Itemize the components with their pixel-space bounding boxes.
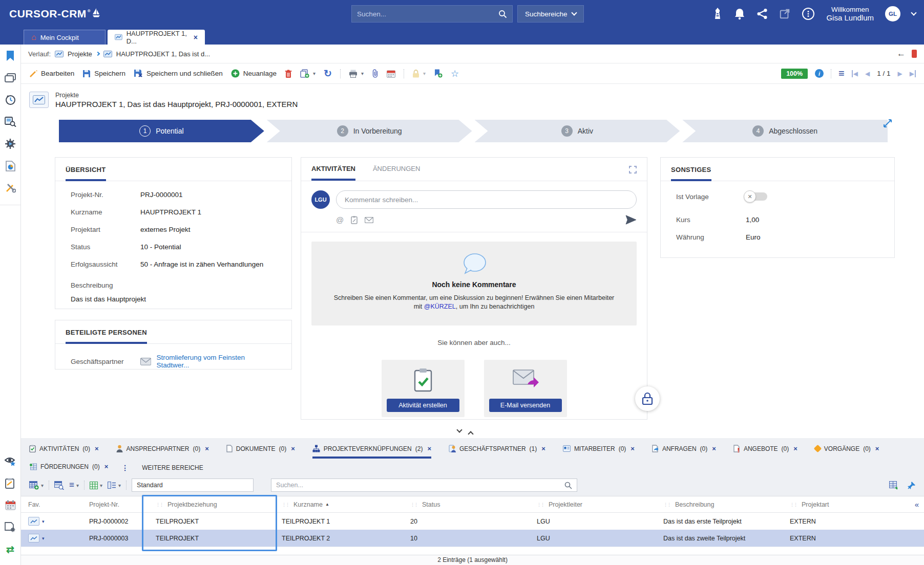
process-gear-icon[interactable] xyxy=(4,138,16,150)
zoom-level-badge[interactable]: 100% xyxy=(781,69,808,79)
tab-dokumente[interactable]: DOKUMENTE(0)× xyxy=(226,445,295,459)
tab-aktivitaeten-bottom[interactable]: AKTIVITÄTEN(0)× xyxy=(29,445,99,459)
column-header-projektbeziehung[interactable]: ⋮⋮Projektbeziehung xyxy=(149,501,275,508)
tab-foerderungen[interactable]: FÖRDERUNGEN(0)× xyxy=(29,463,108,472)
dropdown-caret-icon[interactable]: ▾ xyxy=(41,483,44,488)
column-header-status[interactable]: ⋮⋮Status xyxy=(403,501,530,508)
drag-handle-icon[interactable]: ⋮⋮ xyxy=(156,502,163,507)
first-page-icon[interactable]: ◀ xyxy=(852,70,858,77)
grid-layout-button[interactable]: ▾ xyxy=(90,482,102,489)
breadcrumb-item-projekte[interactable]: Projekte xyxy=(68,50,92,58)
column-header-projekt-nr[interactable]: Projekt-Nr. xyxy=(82,501,149,508)
search-icon[interactable] xyxy=(498,10,507,18)
lighthouse-icon[interactable] xyxy=(712,8,723,20)
close-tab-icon[interactable]: × xyxy=(427,445,431,452)
info-icon[interactable]: i xyxy=(815,69,824,78)
bookmark-icon[interactable] xyxy=(4,50,16,62)
dropdown-caret-icon[interactable]: ▾ xyxy=(76,483,79,488)
create-activity-button[interactable]: Aktivität erstellen xyxy=(387,399,459,412)
tab-geschaeftspartner[interactable]: GESCHÄFTSPARTNER(1)× xyxy=(449,445,545,459)
close-tab-icon[interactable]: × xyxy=(104,463,109,470)
tab-projekteverknuepfungen[interactable]: PROJEKTEVERKNÜPFUNGEN(2)× xyxy=(312,445,431,459)
collapse-steps-icon[interactable] xyxy=(883,119,892,128)
favorite-button[interactable]: ☆ xyxy=(451,68,459,79)
search-list-icon[interactable] xyxy=(4,116,16,128)
print-button[interactable]: ▾ xyxy=(349,70,364,78)
mail-icon[interactable] xyxy=(365,217,373,223)
more-options-icon[interactable] xyxy=(802,7,815,20)
column-header-projektleiter[interactable]: ⋮⋮Projektleiter xyxy=(530,501,656,508)
expand-down-icon[interactable] xyxy=(456,427,462,432)
search-icon[interactable] xyxy=(564,482,572,489)
red-flag-icon[interactable] xyxy=(912,50,917,58)
drag-handle-icon[interactable]: ⋮⋮ xyxy=(410,502,417,507)
user-avatar[interactable]: GL xyxy=(885,6,900,21)
report-pie-icon[interactable] xyxy=(4,160,16,172)
project-icon[interactable] xyxy=(28,517,39,526)
drag-handle-icon[interactable]: ⋮⋮ xyxy=(790,502,797,507)
sync-arrows-icon[interactable]: ⇄ xyxy=(4,543,16,555)
drag-handle-icon[interactable]: ⋮⋮ xyxy=(537,502,544,507)
collapse-up-icon[interactable] xyxy=(468,431,473,437)
tab-ansprechpartner[interactable]: ANSPRECHPARTNER(0)× xyxy=(116,445,209,459)
tab-angebote[interactable]: ANGEBOTE(0)× xyxy=(733,445,797,459)
notifications-bell-icon[interactable] xyxy=(734,8,745,20)
tools-icon[interactable] xyxy=(4,182,16,194)
document-settings-icon[interactable] xyxy=(4,521,16,533)
grid-columns-button[interactable]: ▾ xyxy=(108,482,121,489)
project-icon[interactable] xyxy=(28,534,39,542)
breadcrumb-item-record[interactable]: HAUPTPROJEKT 1, Das ist d... xyxy=(116,50,210,58)
tab-hauptprojekt[interactable]: HAUPTPROJEKT 1, D... × xyxy=(108,30,205,45)
column-header-kurzname[interactable]: ⋮⋮Kurzname▲ xyxy=(275,501,403,508)
grid-search-button[interactable] xyxy=(54,481,64,490)
global-search-input[interactable] xyxy=(357,10,498,18)
user-menu-chevron-icon[interactable] xyxy=(911,10,916,15)
view-name-input[interactable] xyxy=(132,479,254,492)
grid-menu-button[interactable]: ≡ ▾ xyxy=(69,480,79,490)
export-grid-icon[interactable] xyxy=(889,481,899,490)
pin-icon[interactable] xyxy=(907,481,916,490)
new-record-button[interactable]: Neuanlage xyxy=(231,69,277,78)
grid-new-record-button[interactable]: ▾ xyxy=(29,481,44,490)
close-tab-icon[interactable]: × xyxy=(205,445,209,452)
step-aktiv[interactable]: 3 Aktiv xyxy=(475,120,680,142)
calendar-icon[interactable] xyxy=(4,499,16,511)
collapse-columns-icon[interactable]: « xyxy=(915,500,919,509)
share-icon[interactable] xyxy=(757,8,768,19)
dropdown-caret-icon[interactable]: ▾ xyxy=(118,483,121,488)
history-clock-icon[interactable] xyxy=(4,94,16,106)
drag-handle-icon[interactable]: ⋮⋮ xyxy=(282,502,289,507)
ist-vorlage-toggle[interactable]: ✕ xyxy=(746,192,767,201)
close-tab-icon[interactable]: × xyxy=(793,445,797,452)
mention-icon[interactable]: @ xyxy=(336,215,344,224)
save-button[interactable]: Speichern xyxy=(82,70,125,78)
table-row-selected[interactable]: ▾ PRJ-0000003 TEILPROJEKT TEILPROJEKT 2 … xyxy=(21,530,924,547)
tab-mitarbeiter[interactable]: MITARBEITER(0)× xyxy=(563,445,635,459)
comment-input[interactable] xyxy=(336,190,637,209)
close-tab-icon[interactable]: × xyxy=(95,445,99,452)
more-areas-icon[interactable]: ⋮ xyxy=(121,464,129,472)
send-email-button[interactable]: E-Mail versenden xyxy=(489,399,562,412)
business-partner-link[interactable]: Stromlieferung vom Feinsten Stadtwer... xyxy=(156,354,276,369)
tab-aenderungen[interactable]: ÄNDERUNGEN xyxy=(373,165,420,181)
row-dropdown-icon[interactable]: ▾ xyxy=(42,536,45,541)
dropdown-caret-icon[interactable]: ▾ xyxy=(423,71,426,76)
history-back-icon[interactable]: ← xyxy=(897,49,906,59)
close-tab-icon[interactable]: × xyxy=(712,445,716,452)
save-close-button[interactable]: Speichern und schließen xyxy=(134,69,223,78)
send-comment-icon[interactable] xyxy=(625,215,637,225)
tab-anfragen[interactable]: ANFRAGEN(0)× xyxy=(652,445,716,459)
note-icon[interactable] xyxy=(351,216,358,224)
lock-floating-button[interactable] xyxy=(635,386,660,411)
lock-button[interactable]: ▾ xyxy=(412,70,426,78)
prev-page-icon[interactable]: ◀ xyxy=(865,70,870,77)
column-header-fav[interactable]: Fav. xyxy=(21,501,82,508)
step-in-vorbereitung[interactable]: 2 In Vorbereitung xyxy=(267,120,472,142)
tab-mein-cockpit[interactable]: ⌂ Mein Cockpit xyxy=(24,30,106,45)
dropdown-caret-icon[interactable]: ▾ xyxy=(313,71,316,76)
copy-record-button[interactable]: ▾ xyxy=(300,69,316,78)
tab-vorgaenge[interactable]: VORGÄNGE(0)× xyxy=(815,445,879,459)
dropdown-caret-icon[interactable]: ▾ xyxy=(100,483,102,488)
appointments-button[interactable] xyxy=(387,70,395,78)
search-scope-button[interactable]: Suchbereiche xyxy=(517,5,584,23)
